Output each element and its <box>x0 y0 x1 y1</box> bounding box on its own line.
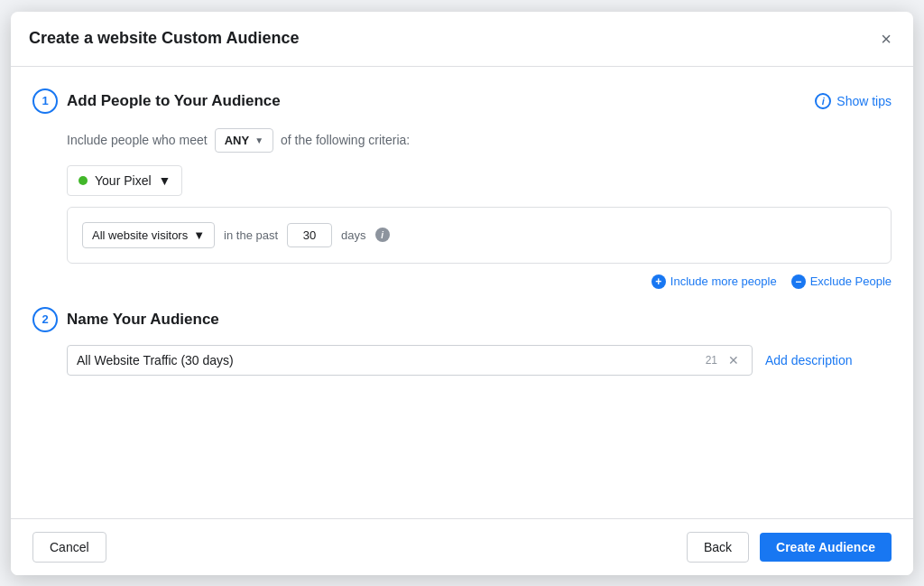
minus-icon: − <box>791 274 806 289</box>
exclude-label: Exclude People <box>810 274 892 288</box>
modal-title: Create a website Custom Audience <box>29 29 299 48</box>
tips-icon: i <box>815 93 831 109</box>
show-tips-button[interactable]: i Show tips <box>815 93 892 109</box>
footer-right: Back Create Audience <box>687 532 892 563</box>
step1-circle: 1 <box>32 88 58 114</box>
actions-row: + Include more people − Exclude People <box>67 274 892 289</box>
include-more-button[interactable]: + Include more people <box>651 274 777 289</box>
clear-input-button[interactable]: ✕ <box>725 353 743 367</box>
any-arrow-icon: ▼ <box>254 135 263 145</box>
section2-title-group: 2 Name Your Audience <box>32 307 892 332</box>
include-more-label: Include more people <box>670 274 777 288</box>
visitors-arrow-icon: ▼ <box>193 228 205 242</box>
pixel-label: Your Pixel <box>95 173 152 188</box>
pixel-arrow-icon: ▼ <box>159 173 171 188</box>
visitors-dropdown[interactable]: All website visitors ▼ <box>82 222 215 248</box>
step2-circle: 2 <box>32 307 58 332</box>
create-audience-button[interactable]: Create Audience <box>760 533 892 562</box>
pixel-status-dot <box>79 176 88 185</box>
show-tips-label: Show tips <box>836 94 892 108</box>
modal-header: Create a website Custom Audience × <box>11 12 913 67</box>
criteria-inner: All website visitors ▼ in the past days … <box>82 222 876 248</box>
include-label: Include people who meet <box>67 133 208 147</box>
modal-body: 1 Add People to Your Audience i Show tip… <box>11 67 913 518</box>
days-label: days <box>341 228 365 242</box>
plus-icon: + <box>651 274 666 289</box>
section2: 2 Name Your Audience 21 ✕ Add descriptio… <box>32 307 892 376</box>
section2-content: 21 ✕ Add description <box>32 345 892 376</box>
any-dropdown[interactable]: ANY ▼ <box>215 128 273 153</box>
days-input[interactable] <box>287 223 332 247</box>
past-label: in the past <box>224 228 278 242</box>
add-description-button[interactable]: Add description <box>765 353 853 367</box>
criteria-row: Include people who meet ANY ▼ of the fol… <box>67 128 892 153</box>
close-button[interactable]: × <box>877 26 895 51</box>
section1-header: 1 Add People to Your Audience i Show tip… <box>32 88 892 114</box>
section2-title: Name Your Audience <box>67 311 219 329</box>
cancel-button[interactable]: Cancel <box>32 532 106 563</box>
info-icon[interactable]: i <box>375 228 390 242</box>
back-button[interactable]: Back <box>687 532 749 563</box>
name-row: 21 ✕ Add description <box>67 345 892 376</box>
modal-container: Create a website Custom Audience × 1 Add… <box>11 12 913 575</box>
exclude-people-button[interactable]: − Exclude People <box>791 274 892 289</box>
section1-title: Add People to Your Audience <box>67 92 281 110</box>
any-label: ANY <box>225 134 249 147</box>
criteria-box: All website visitors ▼ in the past days … <box>67 207 892 264</box>
audience-name-wrapper: 21 ✕ <box>67 345 753 376</box>
criteria-rest-label: of the following criteria: <box>281 133 410 147</box>
pixel-selector[interactable]: Your Pixel ▼ <box>67 165 182 196</box>
section1-title-group: 1 Add People to Your Audience <box>32 88 281 114</box>
char-count: 21 <box>706 354 717 367</box>
section1-content: Include people who meet ANY ▼ of the fol… <box>32 128 892 289</box>
audience-name-input[interactable] <box>77 353 706 367</box>
visitors-label: All website visitors <box>92 228 188 242</box>
modal-footer: Cancel Back Create Audience <box>11 518 913 575</box>
